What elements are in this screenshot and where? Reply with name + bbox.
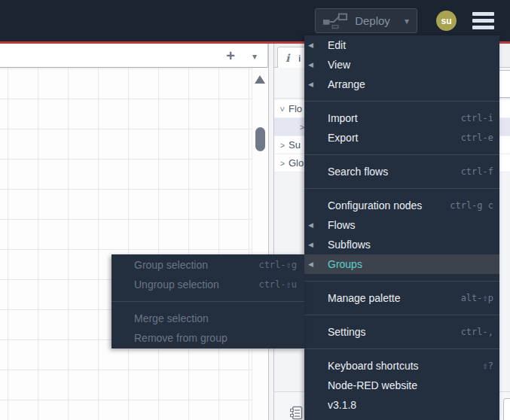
menu-item-shortcut: ctrl-⇧g [258, 260, 297, 270]
submenu-arrow-icon: ◀ [308, 235, 313, 254]
menu-item-label: Settings [328, 326, 461, 338]
tree-row-label: Su [289, 139, 301, 151]
hamburger-bar [472, 19, 494, 23]
node-outline-icon [290, 406, 303, 420]
menu-item-label: Search flows [328, 166, 461, 178]
hamburger-bar [472, 12, 494, 16]
menu-divider [304, 101, 499, 102]
tree-row-label: Glo [289, 157, 304, 169]
deploy-node-icon [322, 12, 348, 30]
menu-item-shortcut: alt-⇧p [461, 293, 493, 303]
menu-item-label: View [328, 59, 493, 71]
menu-item-shortcut: ctrl-, [461, 327, 493, 337]
info-icon: i [286, 52, 289, 64]
menu-item-search-flows[interactable]: Search flowsctrl-f [304, 162, 499, 181]
submenu-arrow-icon: ◀ [308, 215, 313, 235]
main-menu-button[interactable] [472, 12, 494, 30]
tree-row-label: Flo [289, 103, 302, 114]
menu-item-shortcut: ⇧? [483, 361, 493, 371]
menu-divider [304, 348, 499, 349]
add-flow-button[interactable]: + [221, 46, 240, 65]
menu-item-shortcut: ctrl-i [461, 113, 493, 123]
sidebar-tab-label: i [298, 53, 301, 64]
menu-item-label: Flows [328, 219, 493, 231]
menu-item-keyboard-shortcuts[interactable]: Keyboard shortcuts⇧? [304, 356, 499, 376]
menu-item-label: Import [328, 112, 461, 124]
menu-item-label: Edit [328, 39, 493, 51]
menu-item-edit[interactable]: ◀Edit [304, 35, 499, 55]
submenu-item-group-selection: Group selectionctrl-⇧g [111, 255, 304, 275]
submenu-arrow-icon: ◀ [308, 55, 313, 75]
menu-item-shortcut: ctrl-g c [450, 200, 493, 211]
menu-item-node-red-website[interactable]: Node-RED website [304, 376, 499, 395]
menu-item-shortcut: ctrl-⇧u [258, 279, 297, 290]
tree-chevron-icon[interactable]: > [278, 105, 287, 114]
menu-item-shortcut: ctrl-e [461, 132, 493, 143]
menu-item-settings[interactable]: Settingsctrl-, [304, 322, 499, 342]
menu-divider [304, 154, 499, 155]
menu-item-label: Groups [328, 258, 493, 270]
flow-workspace[interactable]: + ▾ [0, 44, 268, 420]
menu-item-v3-1-8: v3.1.8 [304, 395, 499, 415]
deploy-button-label: Deploy [348, 14, 397, 27]
menu-item-label: Arrange [328, 78, 493, 90]
submenu-item-remove-from-group: Remove from group [111, 328, 304, 348]
menu-item-subflows[interactable]: ◀Subflows [304, 235, 499, 254]
menu-item-arrange[interactable]: ◀Arrange [304, 75, 499, 94]
sidebar-footer-panel [503, 398, 510, 420]
menu-item-manage-palette[interactable]: Manage palettealt-⇧p [304, 288, 499, 308]
flow-canvas-grid[interactable] [0, 68, 268, 420]
menu-divider [304, 188, 499, 189]
flow-list-caret-icon[interactable]: ▾ [247, 49, 262, 64]
groups-submenu: Group selectionctrl-⇧gUngroup selectionc… [111, 254, 304, 348]
menu-item-flows[interactable]: ◀Flows [304, 215, 499, 235]
menu-item-label: Node-RED website [328, 379, 493, 391]
submenu-arrow-icon: ◀ [308, 35, 313, 55]
menu-item-shortcut: ctrl-f [461, 166, 493, 177]
submenu-arrow-icon: ◀ [308, 75, 313, 94]
submenu-arrow-icon: ◀ [308, 254, 313, 274]
menu-item-label: Configuration nodes [328, 199, 450, 212]
menu-divider [304, 315, 499, 315]
deploy-button[interactable]: Deploy ▾ [315, 8, 417, 33]
menu-divider [111, 301, 304, 302]
menu-item-view[interactable]: ◀View [304, 55, 499, 75]
node-red-app: Deploy ▾ su + ▾ i i [0, 0, 510, 420]
menu-divider [304, 281, 499, 282]
menu-item-label: Ungroup selection [134, 278, 258, 291]
menu-item-label: Manage palette [328, 292, 461, 304]
workspace-tab-bar: + ▾ [0, 44, 267, 68]
user-avatar[interactable]: su [436, 11, 457, 31]
main-dropdown-menu: ◀Edit◀View◀ArrangeImportctrl-iExportctrl… [304, 35, 499, 420]
submenu-item-ungroup-selection: Ungroup selectionctrl-⇧u [111, 275, 304, 294]
menu-item-configuration-nodes[interactable]: Configuration nodesctrl-g c [304, 196, 499, 215]
menu-item-export[interactable]: Exportctrl-e [304, 128, 499, 148]
menu-item-label: Group selection [134, 259, 258, 271]
submenu-item-merge-selection: Merge selection [111, 309, 304, 328]
menu-item-label: Export [328, 132, 461, 144]
menu-item-label: v3.1.8 [328, 399, 493, 411]
sidebar-splitter[interactable] [268, 44, 274, 420]
menu-item-import[interactable]: Importctrl-i [304, 108, 499, 128]
tree-chevron-icon[interactable]: > [278, 159, 287, 168]
scroll-up-arrow-icon[interactable] [255, 75, 265, 84]
tree-chevron-icon[interactable]: > [278, 141, 287, 150]
menu-item-label: Merge selection [134, 312, 297, 324]
deploy-options-caret-icon[interactable]: ▾ [397, 16, 417, 26]
menu-item-label: Subflows [328, 239, 493, 251]
workspace-scrollbar [252, 68, 268, 420]
hamburger-bar [472, 26, 494, 29]
menu-item-label: Keyboard shortcuts [328, 360, 483, 372]
menu-item-label: Remove from group [134, 332, 297, 344]
menu-item-groups[interactable]: ◀Groups [304, 254, 499, 274]
scrollbar-thumb[interactable] [255, 127, 265, 151]
